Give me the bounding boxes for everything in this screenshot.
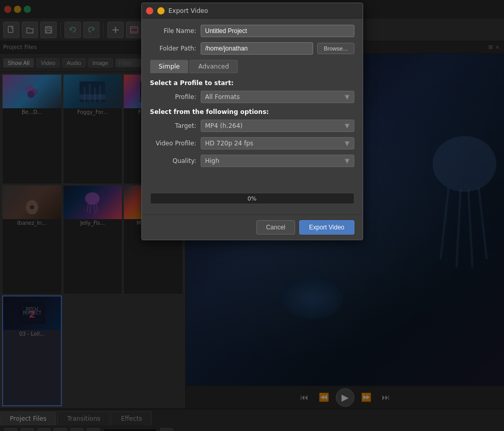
dialog-title: Export Video — [169, 7, 359, 14]
profile-value: All Formats — [205, 93, 240, 101]
export-dialog: Export Video File Name: Folder Path: Bro… — [141, 3, 363, 240]
tab-simple[interactable]: Simple — [150, 60, 189, 73]
file-name-row: File Name: — [150, 25, 354, 37]
profile-row: Profile: All Formats ▼ — [150, 91, 354, 103]
dialog-spacer — [150, 172, 354, 183]
dialog-body: File Name: Folder Path: Browse... Simple… — [142, 19, 363, 214]
dialog-min-button[interactable] — [157, 7, 165, 14]
video-profile-select[interactable]: HD 720p 24 fps ▼ — [201, 137, 354, 150]
dialog-footer: Cancel Export Video — [142, 214, 363, 240]
progress-bar-background: 0% — [150, 193, 354, 204]
profile-label: Profile: — [150, 93, 197, 101]
cancel-button[interactable]: Cancel — [256, 220, 295, 235]
quality-value: High — [205, 157, 220, 164]
video-profile-arrow-icon: ▼ — [345, 140, 349, 147]
options-section-title: Select from the following options: — [150, 108, 354, 115]
profile-arrow-icon: ▼ — [345, 93, 349, 101]
video-profile-row: Video Profile: HD 720p 24 fps ▼ — [150, 137, 354, 150]
quality-arrow-icon: ▼ — [345, 157, 349, 164]
profile-select[interactable]: All Formats ▼ — [201, 91, 354, 103]
dialog-tabs: Simple Advanced — [150, 60, 354, 73]
quality-label: Quality: — [150, 157, 197, 164]
folder-path-label: Folder Path: — [150, 45, 197, 52]
browse-button[interactable]: Browse... — [317, 43, 354, 54]
dialog-titlebar: Export Video — [142, 3, 363, 19]
target-row: Target: MP4 (h.264) ▼ — [150, 120, 354, 132]
tab-advanced[interactable]: Advanced — [189, 60, 237, 73]
video-profile-label: Video Profile: — [150, 140, 197, 147]
export-video-button[interactable]: Export Video — [299, 220, 354, 235]
folder-path-input[interactable] — [201, 42, 313, 55]
progress-section: 0% — [150, 189, 354, 208]
video-profile-value: HD 720p 24 fps — [205, 140, 254, 147]
file-name-input[interactable] — [201, 25, 354, 37]
dialog-overlay: Export Video File Name: Folder Path: Bro… — [0, 0, 504, 431]
file-name-label: File Name: — [150, 27, 197, 35]
profile-section-title: Select a Profile to start: — [150, 79, 354, 87]
target-select[interactable]: MP4 (h.264) ▼ — [201, 120, 354, 132]
target-label: Target: — [150, 122, 197, 129]
dialog-close-button[interactable] — [146, 7, 153, 14]
quality-row: Quality: High ▼ — [150, 155, 354, 167]
folder-path-row: Folder Path: Browse... — [150, 42, 354, 55]
target-arrow-icon: ▼ — [345, 122, 349, 129]
progress-label: 0% — [248, 195, 256, 202]
quality-select[interactable]: High ▼ — [201, 155, 354, 167]
target-value: MP4 (h.264) — [205, 122, 243, 129]
